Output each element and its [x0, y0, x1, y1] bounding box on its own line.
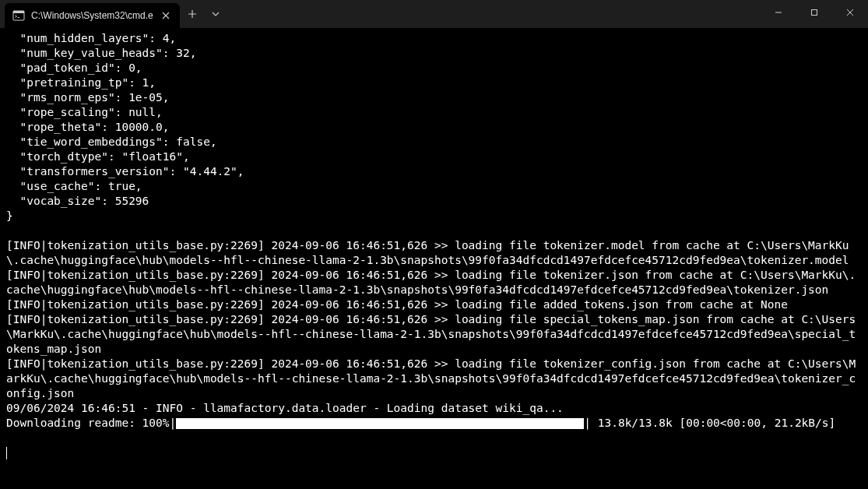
config-line: "rope_theta": 10000.0,	[6, 121, 170, 133]
config-line: "torch_dtype": "float16",	[6, 150, 190, 163]
svg-rect-3	[812, 10, 817, 16]
svg-rect-1	[13, 11, 24, 13]
progress-bar-fill	[176, 418, 584, 429]
progress-open: |	[170, 416, 177, 431]
tab-title: C:\Windows\System32\cmd.e	[31, 10, 153, 21]
new-tab-button[interactable]	[180, 0, 205, 27]
config-line: "rms_norm_eps": 1e-05,	[6, 91, 170, 104]
progress-line: Downloading readme: 100%|| 13.8k/13.8k […	[6, 416, 862, 431]
config-line: "num_hidden_layers": 4,	[6, 32, 176, 44]
progress-stats: 13.8k/13.8k [00:00<00:00, 21.2kB/s]	[591, 416, 835, 431]
tab-dropdown-button[interactable]	[205, 0, 227, 27]
maximize-button[interactable]	[796, 0, 832, 25]
config-line: "transformers_version": "4.44.2",	[6, 165, 244, 178]
terminal-output[interactable]: "num_hidden_layers": 4, "num_key_value_h…	[0, 28, 868, 489]
tab-close-button[interactable]	[160, 9, 172, 22]
cmd-icon	[12, 9, 25, 22]
config-line: "vocab_size": 55296	[6, 195, 149, 207]
terminal-cursor	[6, 447, 7, 459]
log-line: [INFO|tokenization_utils_base.py:2269] 2…	[6, 298, 788, 311]
config-line: "pad_token_id": 0,	[6, 62, 142, 74]
log-line: [INFO|tokenization_utils_base.py:2269] 2…	[6, 269, 856, 296]
log-line: [INFO|tokenization_utils_base.py:2269] 2…	[6, 239, 849, 266]
config-line: "use_cache": true,	[6, 180, 142, 192]
config-line: "rope_scaling": null,	[6, 106, 163, 118]
title-bar: C:\Windows\System32\cmd.e	[0, 0, 868, 28]
log-line: [INFO|tokenization_utils_base.py:2269] 2…	[6, 313, 856, 355]
tab-cmd[interactable]: C:\Windows\System32\cmd.e	[5, 3, 180, 28]
minimize-button[interactable]	[761, 0, 796, 25]
close-button[interactable]	[832, 0, 868, 25]
progress-label: Downloading readme: 100%	[6, 416, 170, 431]
log-line: [INFO|tokenization_utils_base.py:2269] 2…	[6, 357, 856, 399]
config-line: "pretraining_tp": 1,	[6, 76, 156, 89]
tab-strip: C:\Windows\System32\cmd.e	[0, 0, 227, 27]
config-line: "num_key_value_heads": 32,	[6, 47, 196, 59]
config-line: }	[6, 209, 13, 222]
config-line: "tie_word_embeddings": false,	[6, 135, 217, 148]
log-line: 09/06/2024 16:46:51 - INFO - llamafactor…	[6, 402, 564, 414]
window-controls	[761, 0, 868, 25]
progress-close: |	[584, 416, 591, 431]
